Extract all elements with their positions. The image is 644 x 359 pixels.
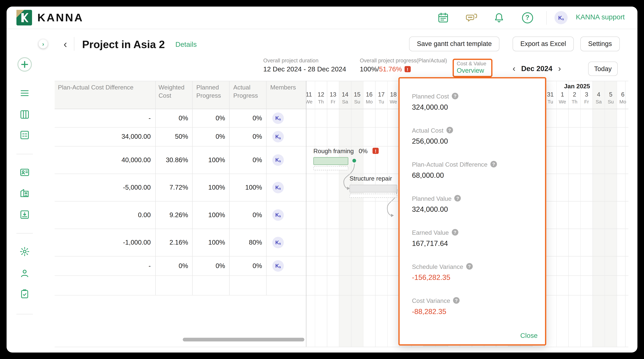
sidebar-item-tasks-icon[interactable] bbox=[20, 289, 30, 299]
sidebar-expand-button[interactable]: › bbox=[38, 39, 48, 48]
details-link[interactable]: Details bbox=[176, 41, 197, 49]
member-avatar: Ks bbox=[272, 260, 284, 272]
cost-difference-cell: - bbox=[55, 109, 151, 127]
column-header-actual-progress: Actual Progress bbox=[233, 83, 263, 100]
popup-item-value: 324,000.00 bbox=[412, 103, 545, 112]
chat-icon[interactable] bbox=[465, 11, 478, 24]
brand-name: KANNA bbox=[38, 11, 84, 24]
planned-progress-cell: 0% bbox=[192, 109, 225, 127]
divider bbox=[16, 233, 33, 234]
warning-icon: ! bbox=[372, 148, 379, 154]
weighted-cost-cell: 30.86% bbox=[155, 146, 188, 174]
member-avatar: Ks bbox=[272, 209, 284, 221]
popup-item-value: 167,717.64 bbox=[412, 239, 545, 248]
user-name[interactable]: KANNA support bbox=[576, 13, 625, 21]
fixed-gantt-divider bbox=[306, 81, 306, 347]
popup-item-value: 324,000.00 bbox=[412, 205, 545, 214]
member-avatar: Ks bbox=[272, 237, 284, 248]
help-icon[interactable]: ? bbox=[521, 11, 534, 24]
divider bbox=[74, 37, 74, 51]
sidebar-item-columns-icon[interactable] bbox=[20, 109, 30, 120]
actual-progress-cell: 0% bbox=[229, 127, 262, 146]
planned-progress-cell: 100% bbox=[192, 174, 225, 201]
sidebar-item-members-icon[interactable] bbox=[20, 167, 30, 178]
sidebar-item-profile-icon[interactable] bbox=[20, 268, 30, 279]
weighted-cost-cell: 50% bbox=[155, 127, 188, 146]
planned-progress-cell: 0% bbox=[192, 256, 225, 276]
task-row[interactable]: - 0% 0% 0% Ks bbox=[55, 256, 306, 276]
prev-month-button[interactable]: ‹ bbox=[512, 62, 516, 75]
cost-difference-cell: 40,000.00 bbox=[55, 146, 151, 174]
export-excel-button[interactable]: Export as Excel bbox=[512, 37, 574, 51]
save-gantt-template-button[interactable]: Save gantt chart template bbox=[409, 37, 500, 51]
help-icon[interactable]: ? bbox=[453, 297, 460, 304]
sidebar-item-list-icon[interactable] bbox=[20, 88, 30, 98]
help-icon[interactable]: ? bbox=[490, 161, 497, 167]
today-button[interactable]: Today bbox=[588, 61, 618, 76]
gantt-bar-rough-framing[interactable] bbox=[314, 157, 348, 165]
help-icon[interactable]: ? bbox=[452, 93, 458, 99]
next-month-button[interactable]: › bbox=[558, 62, 561, 75]
help-icon[interactable]: ? bbox=[446, 127, 453, 133]
task-label-row: Rough framing 0% ! bbox=[314, 147, 379, 154]
weighted-cost-cell: 7.72% bbox=[155, 174, 188, 201]
sidebar-item-settings-icon[interactable] bbox=[20, 246, 30, 257]
popup-item: Actual Cost? 256,000.00 bbox=[412, 126, 545, 146]
gantt-bar-structure-repair[interactable] bbox=[350, 185, 397, 193]
user-avatar[interactable]: Ks bbox=[554, 11, 568, 24]
calendar-icon[interactable] bbox=[437, 11, 450, 24]
task-row[interactable]: 0.00 9.26% 100% 0% Ks bbox=[55, 201, 306, 229]
close-button[interactable]: Close bbox=[520, 332, 538, 340]
popup-item: Schedule Variance? -156,282.35 bbox=[412, 262, 545, 283]
cost-value-highlight-annotation: Cost & Value Overview bbox=[452, 59, 492, 77]
popup-item: Plan-Actual Cost Difference? 68,000.00 bbox=[412, 160, 545, 180]
popup-item-label: Earned Value bbox=[412, 229, 449, 236]
member-avatar: Ks bbox=[272, 182, 284, 193]
popup-item-value: -156,282.35 bbox=[412, 273, 545, 282]
actual-progress-cell: 0% bbox=[229, 109, 262, 127]
progress-milestone-dot[interactable] bbox=[352, 159, 356, 163]
popup-item-label: Planned Value bbox=[412, 195, 452, 202]
task-row[interactable]: -5,000.00 7.72% 100% 100% Ks bbox=[55, 174, 306, 201]
planned-progress-cell: 100% bbox=[192, 201, 225, 229]
weighted-cost-cell: 0% bbox=[155, 256, 188, 276]
weighted-cost-cell: 2.16% bbox=[155, 229, 188, 256]
planned-progress-cell: 0% bbox=[192, 127, 225, 146]
back-button[interactable]: ‹ bbox=[60, 38, 71, 50]
task-row[interactable]: - 0% 0% 0% Ks bbox=[55, 109, 306, 127]
sidebar-item-board-icon[interactable] bbox=[20, 130, 30, 140]
add-button[interactable] bbox=[17, 57, 32, 72]
planned-progress-cell: 100% bbox=[192, 229, 225, 256]
kanna-logo[interactable]: KANNA bbox=[16, 10, 84, 25]
top-navigation-bar: KANNA ? Ks KANNA support bbox=[6, 6, 638, 29]
avatar-initial-sub: s bbox=[562, 17, 564, 21]
help-icon[interactable]: ? bbox=[452, 229, 458, 236]
task-label-row: Structure repair bbox=[350, 175, 392, 182]
chevron-left-icon: ‹ bbox=[64, 37, 67, 50]
month-navigation: ‹ Dec 2024 › bbox=[512, 62, 561, 75]
cost-value-overview-link[interactable]: Overview bbox=[457, 67, 491, 74]
horizontal-scrollbar-thumb[interactable] bbox=[183, 338, 304, 342]
popup-item: Earned Value? 167,717.64 bbox=[412, 228, 545, 248]
settings-button[interactable]: Settings bbox=[580, 37, 620, 51]
help-icon[interactable]: ? bbox=[454, 195, 461, 202]
popup-item: Planned Cost? 324,000.00 bbox=[412, 92, 545, 112]
task-row[interactable]: -1,000.00 2.16% 100% 80% Ks bbox=[55, 229, 306, 256]
weighted-cost-cell: 0% bbox=[155, 109, 188, 127]
popup-item-value: -88,282.35 bbox=[412, 308, 545, 317]
cost-difference-cell: -5,000.00 bbox=[55, 174, 151, 201]
help-icon[interactable]: ? bbox=[466, 263, 473, 270]
progress-actual-value: 51.76% bbox=[379, 65, 402, 73]
cost-difference-cell: -1,000.00 bbox=[55, 229, 151, 256]
notification-bell-icon[interactable] bbox=[492, 11, 506, 24]
kanna-logo-icon bbox=[16, 10, 32, 25]
task-row[interactable]: 40,000.00 30.86% 100% 0% Ks bbox=[55, 146, 306, 174]
sidebar-item-inbox-icon[interactable] bbox=[20, 209, 30, 220]
planned-period-outline bbox=[350, 194, 397, 198]
actual-progress-cell: 0% bbox=[229, 256, 262, 276]
sidebar-item-sites-icon[interactable] bbox=[20, 188, 30, 198]
popup-item-label: Actual Cost bbox=[412, 127, 444, 134]
project-progress: Overall project progress(Plan/Actual) 10… bbox=[360, 57, 447, 73]
column-header-planned-progress: Planned Progress bbox=[196, 83, 228, 100]
task-row[interactable]: 34,000.00 50% 0% 0% Ks bbox=[55, 127, 306, 146]
